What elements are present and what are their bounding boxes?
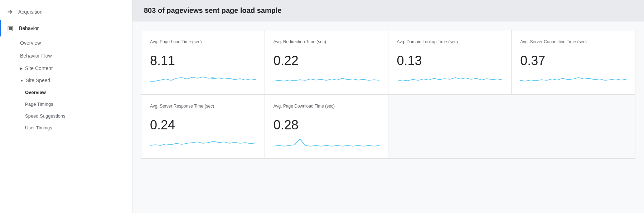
site-content-arrow-icon: ▶ xyxy=(20,66,23,70)
metric-card-page-download: Avg. Page Download Time (sec) 0.28 xyxy=(265,95,388,158)
sidebar-item-site-speed[interactable]: ▼ Site Speed xyxy=(0,74,132,86)
metric-label-page-load: Avg. Page Load Time (sec) xyxy=(150,39,256,50)
metrics-grid-top: Avg. Page Load Time (sec) 8.11 Avg. Redi… xyxy=(141,30,635,95)
sparkline-domain-lookup xyxy=(397,71,503,85)
metric-label-server-response: Avg. Server Response Time (sec) xyxy=(150,103,256,115)
metric-card-server-connection: Avg. Server Connection Time (sec) 0.37 xyxy=(512,30,635,94)
metrics-grid-bottom: Avg. Server Response Time (sec) 0.24 Avg… xyxy=(141,95,635,159)
sidebar-item-acquisition[interactable]: ➜ Acquisition xyxy=(0,4,132,20)
metric-value-page-load: 8.11 xyxy=(150,53,256,68)
metric-card-page-load: Avg. Page Load Time (sec) 8.11 xyxy=(141,30,265,94)
metric-card-domain-lookup: Avg. Domain Lookup Time (sec) 0.13 xyxy=(388,30,512,94)
sparkline-redirection xyxy=(273,71,379,85)
sidebar-item-acquisition-label: Acquisition xyxy=(18,9,43,15)
sparkline-server-connection xyxy=(520,71,626,85)
metric-card-empty-2 xyxy=(512,95,635,158)
sidebar-subitem-page-timings[interactable]: Page Timings xyxy=(0,98,132,110)
metric-label-domain-lookup: Avg. Domain Lookup Time (sec) xyxy=(397,39,503,50)
sidebar-subitem-user-timings[interactable]: User Timings xyxy=(0,122,132,134)
metric-value-page-download: 0.28 xyxy=(273,118,379,133)
sidebar-item-site-content[interactable]: ▶ Site Content xyxy=(0,62,132,74)
sidebar-subitem-overview[interactable]: Overview xyxy=(0,86,132,98)
sidebar-item-overview[interactable]: Overview xyxy=(0,36,132,49)
sidebar-item-behavior-label: Behavior xyxy=(19,25,39,31)
sidebar-item-behavior[interactable]: ▣ Behavior xyxy=(0,20,132,36)
behavior-icon: ▣ xyxy=(7,24,13,32)
metric-label-page-download: Avg. Page Download Time (sec) xyxy=(273,103,379,115)
page-header: 803 of pageviews sent page load sample xyxy=(132,0,644,21)
metric-value-redirection: 0.22 xyxy=(273,53,379,68)
sparkline-page-load xyxy=(150,71,256,85)
acquisition-icon: ➜ xyxy=(7,8,13,16)
metric-label-server-connection: Avg. Server Connection Time (sec) xyxy=(520,39,626,50)
site-speed-arrow-icon: ▼ xyxy=(20,79,24,83)
sidebar-subitem-speed-suggestions[interactable]: Speed Suggestions xyxy=(0,110,132,122)
metric-value-server-connection: 0.37 xyxy=(520,53,626,68)
metric-value-domain-lookup: 0.13 xyxy=(397,53,503,68)
metric-card-redirection: Avg. Redirection Time (sec) 0.22 xyxy=(265,30,388,94)
metric-value-server-response: 0.24 xyxy=(150,118,256,133)
sidebar: ➜ Acquisition ▣ Behavior Overview Behavi… xyxy=(0,0,132,213)
sidebar-item-behavior-flow[interactable]: Behavior Flow xyxy=(0,49,132,62)
metric-card-empty-1 xyxy=(388,95,512,158)
sparkline-server-response xyxy=(150,135,256,150)
metric-card-server-response: Avg. Server Response Time (sec) 0.24 xyxy=(141,95,265,158)
page-title: 803 of pageviews sent page load sample xyxy=(144,6,282,14)
sparkline-page-download xyxy=(273,135,379,150)
main-content: 803 of pageviews sent page load sample A… xyxy=(132,0,644,213)
metric-label-redirection: Avg. Redirection Time (sec) xyxy=(273,39,379,50)
